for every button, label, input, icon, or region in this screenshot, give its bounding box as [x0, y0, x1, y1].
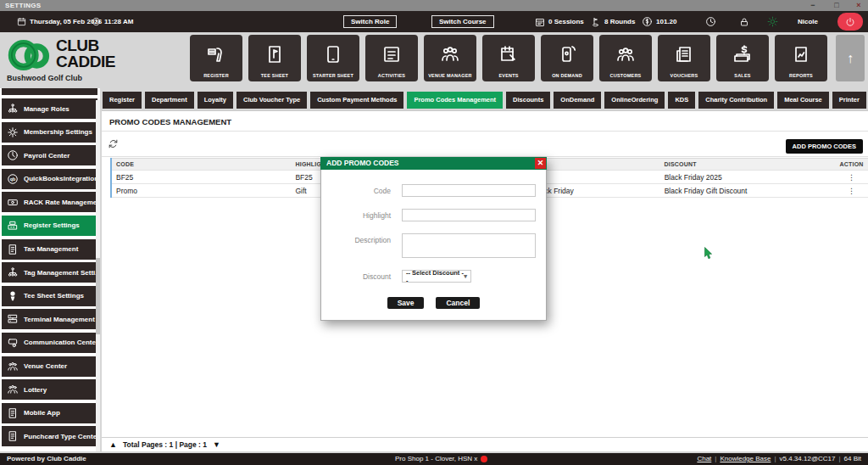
- starter-sheet-icon: [323, 35, 343, 73]
- col-code[interactable]: CODE: [112, 159, 292, 170]
- nav-on-demand[interactable]: ON DEMAND: [541, 35, 593, 81]
- current-time: 11:28 AM: [104, 18, 133, 25]
- rack-rate-money-icon: [6, 196, 19, 208]
- nav-venue-manager[interactable]: VENUE MANAGER: [424, 35, 476, 81]
- minimize-button[interactable]: −: [804, 0, 822, 11]
- modal-header: ADD PROMO CODES ✕: [320, 157, 547, 170]
- club-name: Bushwood Golf Club: [7, 74, 82, 82]
- chevron-down-icon: ▾: [464, 272, 467, 280]
- calendar-icon: [17, 17, 26, 26]
- col-discount[interactable]: DISCOUNT: [660, 159, 836, 170]
- tab-department[interactable]: Department: [145, 92, 194, 109]
- tab-meal-course[interactable]: Meal Course: [777, 92, 829, 109]
- date-group: Thursday, 05 Feb 2026: [17, 11, 102, 32]
- sidebar-item-tag-management-settings[interactable]: Tag Management Setti...: [2, 262, 97, 283]
- settings-sidebar: Manage Roles Membership Settings Payroll…: [0, 88, 100, 451]
- sidebar-item-punchcard-type-center[interactable]: Punchcard Type Center: [2, 426, 97, 446]
- nav-customers[interactable]: CUSTOMERS: [599, 35, 652, 81]
- close-button[interactable]: ×: [849, 0, 868, 11]
- sidebar-item-venue-center[interactable]: Venue Center: [2, 356, 97, 377]
- vouchers-icon: [674, 35, 694, 73]
- sidebar-item-membership-settings[interactable]: Membership Settings: [2, 122, 97, 143]
- page-up-icon[interactable]: ▲: [109, 440, 117, 449]
- activities-icon: [381, 35, 402, 73]
- cancel-button[interactable]: Cancel: [436, 297, 480, 309]
- sidebar-item-communication-center[interactable]: Communication Center: [2, 333, 97, 353]
- discount-select[interactable]: -- Select Discount -- ▾: [402, 270, 471, 283]
- modal-close-button[interactable]: ✕: [535, 158, 546, 169]
- tab-custom-payment-methods[interactable]: Custom Payment Methods: [310, 92, 403, 109]
- refresh-button[interactable]: [108, 137, 119, 153]
- cell-discount: Black Friday 2025: [660, 171, 835, 183]
- sidebar-item-register-settings[interactable]: Register Settings: [2, 216, 97, 236]
- footer-links: Chat|Knowledge Base|v5.4.34.12@CC17|64 B…: [697, 453, 861, 465]
- tab-charity-contribution[interactable]: Charity Contribution: [698, 92, 774, 109]
- sidebar-item-clipped[interactable]: [2, 88, 97, 95]
- sessions-indicator[interactable]: 0 Sessions: [535, 11, 584, 32]
- sidebar-item-mobile-app[interactable]: Mobile App: [2, 403, 97, 423]
- description-input[interactable]: [402, 233, 536, 258]
- rounds-indicator[interactable]: 8 Rounds: [591, 11, 635, 32]
- code-input[interactable]: [402, 184, 536, 197]
- sidebar-item-manage-roles[interactable]: Manage Roles: [2, 98, 97, 119]
- row-actions-menu-icon[interactable]: ⋮: [835, 171, 868, 183]
- nav-starter-sheet[interactable]: STARTER SHEET: [307, 35, 359, 81]
- tax-document-icon: [6, 244, 19, 255]
- highlight-input[interactable]: [402, 209, 536, 221]
- maximize-button[interactable]: □: [827, 0, 846, 11]
- page-down-icon[interactable]: ▼: [213, 440, 220, 449]
- tab-onlineordering[interactable]: OnlineOrdering: [604, 92, 665, 109]
- power-icon: [845, 17, 855, 27]
- sessions-count: 0 Sessions: [548, 18, 584, 25]
- scroll-top-button[interactable]: ↑: [836, 35, 865, 81]
- nav-vouchers[interactable]: VOUCHERS: [658, 35, 710, 81]
- nav-sales[interactable]: SALES: [716, 35, 769, 81]
- station-label: Pro Shop 1 - Clover, HSN x: [395, 453, 477, 465]
- golf-flag-icon: [591, 17, 601, 27]
- communication-phone-icon: [6, 337, 19, 349]
- nav-events[interactable]: EVENTS: [482, 35, 535, 81]
- customers-icon: [615, 35, 636, 73]
- tab-promo-codes-management[interactable]: Promo Codes Management: [407, 92, 503, 109]
- nav-register[interactable]: REGISTER: [190, 35, 242, 81]
- clock-button[interactable]: [705, 11, 716, 32]
- add-promo-codes-button[interactable]: ADD PROMO CODES: [786, 139, 863, 154]
- balance-amount: 101.20: [656, 18, 676, 25]
- balance-indicator[interactable]: 101.20: [642, 11, 676, 32]
- switch-role-button[interactable]: Switch Role: [343, 15, 397, 28]
- tab-ondemand[interactable]: OnDemand: [554, 92, 601, 109]
- power-button[interactable]: [837, 13, 863, 31]
- lock-button[interactable]: [739, 11, 749, 32]
- sidebar-item-tee-sheet-settings[interactable]: Tee Sheet Settings: [2, 286, 97, 306]
- chat-link[interactable]: Chat: [697, 455, 711, 462]
- tab-printer[interactable]: Printer: [832, 92, 866, 109]
- sidebar-item-terminal-management[interactable]: Terminal Management: [2, 309, 97, 329]
- row-actions-menu-icon[interactable]: ⋮: [835, 184, 868, 197]
- sidebar-item-lottery[interactable]: Lottery: [2, 379, 97, 400]
- sidebar-item-rack-rate-management[interactable]: RACK Rate Manageme...: [2, 192, 97, 212]
- cell-discount: Black Friday Gift Discount: [660, 184, 835, 197]
- nav-reports[interactable]: REPORTS: [775, 35, 827, 81]
- tab-kds[interactable]: KDS: [668, 92, 695, 109]
- settings-button[interactable]: [767, 11, 778, 32]
- pagination-bar: ▲ Total Pages : 1 | Page : 1 ▼: [102, 437, 868, 451]
- tab-loyalty[interactable]: Loyalty: [198, 92, 233, 109]
- sidebar-scrollbar-thumb[interactable]: [96, 258, 100, 334]
- nav-tee-sheet[interactable]: TEE SHEET: [248, 35, 301, 81]
- save-button[interactable]: Save: [387, 297, 425, 309]
- tab-discounts[interactable]: Discounts: [506, 92, 550, 109]
- brand-line2: CADDIE: [56, 53, 115, 71]
- tab-register[interactable]: Register: [103, 92, 142, 109]
- sidebar-item-payroll-center[interactable]: Payroll Center: [2, 145, 97, 165]
- sidebar-item-tax-management[interactable]: Tax Management: [2, 239, 97, 260]
- switch-course-button[interactable]: Switch Course: [431, 15, 494, 28]
- sidebar-scrollbar[interactable]: [96, 100, 100, 451]
- app-header: CLUB CADDIE Bushwood Golf Club REGISTER …: [0, 32, 868, 85]
- events-icon: [498, 35, 519, 73]
- status-footer: Powered by Club Caddie Pro Shop 1 - Clov…: [0, 453, 868, 465]
- knowledge-base-link[interactable]: Knowledge Base: [720, 455, 771, 462]
- tab-club-voucher-type[interactable]: Club Voucher Type: [236, 92, 307, 109]
- user-name[interactable]: Nicole: [798, 11, 818, 32]
- nav-activities[interactable]: ACTIVITIES: [365, 35, 418, 81]
- sidebar-item-quickbooks-integration[interactable]: qb QuickBooksIntegration: [2, 169, 97, 189]
